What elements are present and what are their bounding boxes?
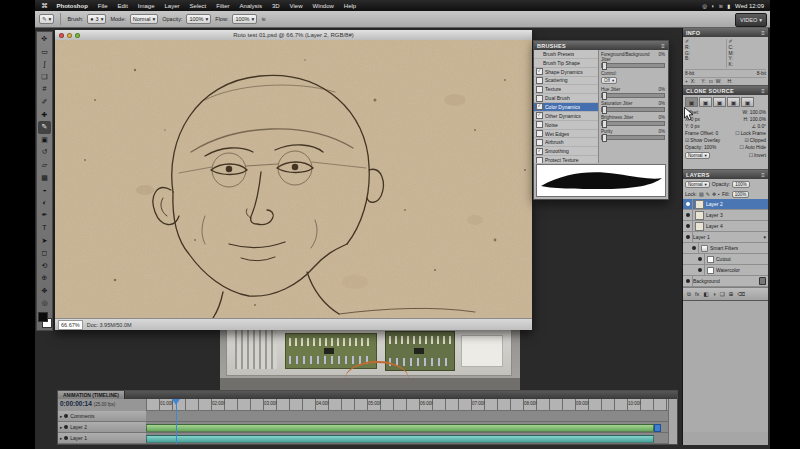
- timeline-ruler[interactable]: 01:00f02:00f03:00f04:00f05:00f06:00f07:0…: [146, 399, 669, 411]
- marquee-tool[interactable]: ▭: [38, 46, 51, 59]
- lock-pixels-icon[interactable]: ✎: [706, 191, 710, 197]
- show-overlay-checkbox[interactable]: ☑ Show Overlay: [685, 137, 720, 144]
- brush-setting-dual-brush[interactable]: Dual Brush: [534, 94, 598, 103]
- crop-tool[interactable]: #: [38, 83, 51, 96]
- move-tool[interactable]: ✜: [38, 33, 51, 46]
- menu-filter[interactable]: Filter: [211, 3, 234, 9]
- menu-3d[interactable]: 3D: [267, 3, 285, 9]
- spotlight-icon[interactable]: ◎: [702, 3, 707, 9]
- new-layer-icon[interactable]: ⊞: [729, 291, 734, 297]
- dodge-tool[interactable]: ◐: [38, 197, 51, 210]
- clone-source-panel-header[interactable]: CLONE SOURCE ≡: [683, 86, 768, 95]
- checkbox-icon[interactable]: [536, 77, 543, 84]
- menu-select[interactable]: Select: [185, 3, 212, 9]
- brush-setting-protect-texture[interactable]: Protect Texture: [534, 156, 598, 163]
- eyedropper-tool[interactable]: ✐: [38, 96, 51, 109]
- work-area-end-handle[interactable]: [654, 424, 661, 432]
- menu-layer[interactable]: Layer: [160, 3, 185, 9]
- current-timecode[interactable]: 0:00:00:14: [60, 400, 92, 407]
- clone-height-field[interactable]: H: 100.0%: [744, 116, 766, 123]
- disclosure-triangle-icon[interactable]: ▸: [60, 436, 62, 441]
- slider-knob[interactable]: [602, 106, 607, 114]
- checkbox-icon[interactable]: [536, 121, 543, 128]
- clone-width-field[interactable]: W: 100.0%: [743, 109, 766, 116]
- disclosure-triangle-icon[interactable]: ▸: [60, 414, 62, 419]
- 3d-rotate-tool[interactable]: ⟲: [38, 260, 51, 273]
- path-selection-tool[interactable]: ➤: [38, 235, 51, 248]
- gradient-tool[interactable]: ▩: [38, 172, 51, 185]
- zoom-level-field[interactable]: 66.67%: [58, 320, 83, 330]
- document-canvas[interactable]: [55, 40, 532, 318]
- clone-stamp-tool[interactable]: ▣: [38, 134, 51, 147]
- menu-edit[interactable]: Edit: [113, 3, 133, 9]
- layers-panel-header[interactable]: LAYERS ≡: [683, 170, 768, 179]
- clone-source-button-3[interactable]: ▣: [713, 97, 726, 107]
- jitter-slider[interactable]: [601, 107, 665, 112]
- jitter-slider[interactable]: [601, 121, 665, 126]
- info-panel-header[interactable]: INFO ≡: [683, 28, 768, 37]
- visibility-eye-icon[interactable]: [686, 279, 690, 283]
- brush-setting-smoothing[interactable]: ✓Smoothing: [534, 147, 598, 156]
- menu-file[interactable]: File: [93, 3, 113, 9]
- flow-field[interactable]: 100% ▾: [232, 14, 257, 24]
- frame-offset-field[interactable]: Frame Offset: 0: [685, 130, 718, 137]
- info-left-mode[interactable]: 8-bit: [685, 71, 694, 77]
- track-bar-layer-2[interactable]: [146, 424, 654, 432]
- brush-setting-shape-dynamics[interactable]: ✓Shape Dynamics: [534, 68, 598, 77]
- track-header-layer-1[interactable]: ▸Layer 1: [58, 433, 146, 444]
- layer-row-layer-3[interactable]: Layer 3: [683, 210, 768, 221]
- track-bar-layer-1[interactable]: [146, 435, 654, 443]
- control-dropdown[interactable]: Off▾: [601, 77, 617, 84]
- visibility-eye-icon[interactable]: [64, 414, 68, 418]
- panel-menu-icon[interactable]: ≡: [761, 30, 765, 36]
- clone-source-button-5[interactable]: ▣: [741, 97, 754, 107]
- brush-setting-scattering[interactable]: Scattering: [534, 77, 598, 86]
- clone-source-button-1[interactable]: ▣: [685, 97, 698, 107]
- visibility-eye-icon[interactable]: [698, 257, 702, 261]
- track-lane-layer-2[interactable]: [146, 422, 669, 433]
- track-header-layer-2[interactable]: ▸Layer 2: [58, 422, 146, 433]
- layer-mask-icon[interactable]: ◧: [703, 291, 708, 297]
- type-tool[interactable]: T: [38, 222, 51, 235]
- brush-setting-brush-presets[interactable]: Brush Presets: [534, 50, 598, 59]
- track-lane-layer-1[interactable]: [146, 433, 669, 444]
- zoom-tool[interactable]: ◎: [38, 297, 51, 310]
- menu-help[interactable]: Help: [339, 3, 361, 9]
- slider-knob[interactable]: [602, 62, 607, 70]
- layer-row-background[interactable]: Background: [683, 276, 768, 287]
- animation-panel-tab[interactable]: ANIMATION (TIMELINE): [58, 391, 125, 399]
- clone-source-button-4[interactable]: ▣: [727, 97, 740, 107]
- checkbox-icon[interactable]: [536, 157, 543, 163]
- delete-layer-icon[interactable]: ⌫: [737, 291, 745, 297]
- blend-mode-dropdown[interactable]: Normal ▾: [685, 181, 710, 188]
- shape-tool[interactable]: ◻: [38, 247, 51, 260]
- brush-tool[interactable]: ✎: [38, 121, 51, 134]
- brush-setting-color-dynamics[interactable]: ✓Color Dynamics: [534, 103, 598, 112]
- brush-preset-dropdown[interactable]: ● 3 ▾: [87, 14, 106, 24]
- link-layers-icon[interactable]: ⧉: [687, 291, 691, 298]
- layer-style-icon[interactable]: fx: [695, 291, 699, 297]
- overlay-opacity-field[interactable]: Opacity: 100%: [685, 144, 716, 151]
- lasso-tool[interactable]: ʃ: [38, 58, 51, 71]
- disclosure-triangle-icon[interactable]: ▸: [60, 425, 62, 430]
- visibility-eye-icon[interactable]: [686, 213, 690, 217]
- slider-knob[interactable]: [602, 120, 607, 128]
- menu-photoshop[interactable]: Photoshop: [52, 3, 93, 9]
- quick-selection-tool[interactable]: ❏: [38, 71, 51, 84]
- track-header-comments[interactable]: ▸Comments: [58, 411, 146, 422]
- playhead-line[interactable]: [176, 399, 177, 444]
- layer-row-layer-4[interactable]: Layer 4: [683, 221, 768, 232]
- visibility-eye-icon[interactable]: [692, 246, 696, 250]
- lock-position-icon[interactable]: ✥: [712, 191, 716, 197]
- jitter-slider[interactable]: [601, 135, 665, 140]
- slider-knob[interactable]: [602, 92, 607, 100]
- mode-dropdown[interactable]: Normal ▾: [130, 14, 159, 24]
- 3d-orbit-tool[interactable]: ⊕: [38, 272, 51, 285]
- apple-menu-icon[interactable]: ⌘: [41, 2, 48, 10]
- layer-thumbnail[interactable]: [695, 222, 704, 231]
- wifi-icon[interactable]: ≋: [718, 3, 723, 9]
- workspace-switcher-button[interactable]: VIDEO ▾: [735, 13, 767, 27]
- brush-setting-brush-tip-shape[interactable]: Brush Tip Shape: [534, 59, 598, 68]
- layer-row-smart-filters[interactable]: Smart Filters: [683, 243, 768, 254]
- jitter-slider[interactable]: [601, 63, 665, 68]
